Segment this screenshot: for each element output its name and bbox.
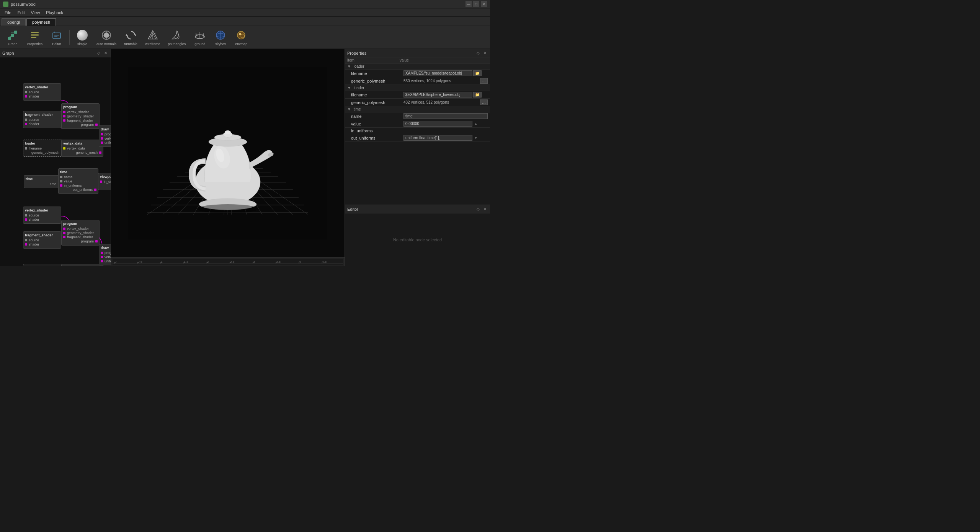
properties-scroll[interactable]: item value ▼ loader fil (345, 57, 490, 205)
polymesh-value-2: 482 vertices, 512 polygons (403, 100, 449, 104)
section-loader-2[interactable]: ▼ loader (345, 85, 490, 91)
toolbar-ground[interactable]: ground (190, 28, 209, 47)
node-draw-2[interactable]: draw program vertex_data uniforms (99, 244, 111, 265)
out-uniforms-input[interactable] (403, 135, 472, 141)
titlebar: possumwood — □ ✕ (0, 0, 490, 8)
app-title: possumwood (11, 2, 36, 7)
toolbar-envmap[interactable]: envmap (232, 28, 251, 47)
section-loader-1[interactable]: ▼ loader (345, 63, 490, 70)
node-vertex-shader-2[interactable]: vertex_shader source shader (23, 207, 61, 224)
section-toggle[interactable]: ▼ (347, 64, 351, 68)
svg-point-14 (104, 33, 109, 38)
node-loader-1[interactable]: loader filename generic_polymesh (23, 140, 65, 157)
port-dot (63, 111, 65, 113)
node-program-1[interactable]: program vertex_shader geometry_shader fr… (61, 103, 100, 129)
pn-triangles-icon (171, 29, 183, 41)
menu-edit[interactable]: Edit (15, 10, 28, 16)
toolbar-turntable[interactable]: turntable (121, 28, 140, 47)
close-button[interactable]: ✕ (481, 1, 487, 7)
viewport-3d[interactable] (111, 49, 345, 257)
filename-browse-2[interactable]: 📁 (473, 92, 482, 98)
toolbar-pn-triangles[interactable]: pn triangles (165, 28, 189, 47)
toolbar-envmap-label: envmap (235, 42, 247, 46)
node-vertex-data-1[interactable]: vertex_data vertex_data generic_mesh (61, 140, 103, 157)
skybox-icon (214, 29, 227, 41)
editor-pin-button[interactable]: ◇ (475, 207, 481, 212)
port-dot (25, 119, 27, 121)
time-value-input[interactable] (403, 121, 472, 127)
svg-rect-7 (31, 34, 39, 36)
section-toggle-time[interactable]: ▼ (347, 107, 351, 111)
node-vertex-data-2[interactable]: vertex_data vertex_data generic_mesh (61, 264, 103, 266)
svg-point-34 (239, 33, 241, 35)
ground-icon (194, 29, 206, 41)
section-time[interactable]: ▼ time (345, 106, 490, 112)
maximize-button[interactable]: □ (473, 1, 479, 7)
filename-input-2[interactable] (403, 92, 472, 98)
properties-panel-header: Properties ◇ ✕ (345, 49, 490, 57)
app-icon (3, 2, 8, 7)
properties-table: item value ▼ loader fil (345, 57, 490, 142)
tab-polymesh[interactable]: polymesh (26, 18, 56, 26)
editor-empty-message: No editable node selected (345, 213, 490, 266)
properties-pin-button[interactable]: ◇ (475, 50, 481, 56)
filename-browse-1[interactable]: 📁 (473, 70, 482, 76)
node-loader-2[interactable]: loader filename generic_polymesh (23, 264, 65, 266)
node-fragment-shader-1[interactable]: fragment_shader source shader (23, 111, 61, 128)
prop-row-polymesh-1: generic_polymesh 530 vertices, 1024 poly… (345, 77, 490, 85)
timeline-ruler[interactable]: 0 0.5 1 1.5 2 2.5 3 3.5 4 (113, 259, 343, 265)
prop-label: generic_polymesh (345, 99, 397, 106)
toolbar-simple[interactable]: simple (73, 28, 92, 47)
toolbar-skybox-label: skybox (215, 42, 226, 46)
prop-label: name (345, 112, 397, 120)
editor-panel-header: Editor ◇ ✕ (345, 205, 490, 213)
graph-pin-button[interactable]: ◇ (96, 50, 101, 56)
toolbar-wireframe[interactable]: wireframe (142, 28, 163, 47)
toolbar-ground-label: ground (194, 42, 205, 46)
toolbar-graph[interactable]: Graph (3, 28, 22, 47)
toolbar-properties[interactable]: Properties (24, 28, 46, 47)
toolbar-autonormals-label: auto normals (96, 42, 116, 46)
port-dot (100, 181, 102, 183)
editor-close-button[interactable]: ✕ (482, 207, 488, 212)
node-viewport[interactable]: viewport in_uniforms out_uniforms (98, 173, 111, 190)
svg-rect-71 (113, 259, 343, 265)
time-name-input[interactable] (403, 113, 488, 119)
svg-text:3: 3 (253, 260, 255, 264)
graph-canvas[interactable]: vertex_shader source shader fragment_sha… (0, 57, 111, 266)
toolbar-auto-normals[interactable]: auto normals (93, 28, 119, 47)
toolbar-simple-label: simple (77, 42, 87, 46)
menu-file[interactable]: File (2, 10, 15, 16)
prop-value: ▼ (397, 134, 490, 142)
scene-svg (128, 67, 327, 239)
tab-opengl[interactable]: opengl (2, 18, 26, 26)
prop-row-polymesh-2: generic_polymesh 482 vertices, 512 polyg… (345, 99, 490, 106)
toolbar-skybox[interactable]: skybox (211, 28, 230, 47)
properties-close-button[interactable]: ✕ (482, 50, 488, 56)
port-dot (63, 119, 65, 122)
node-program-2[interactable]: program vertex_shader geometry_shader fr… (61, 220, 100, 246)
polymesh-more-1[interactable]: … (480, 78, 488, 84)
node-fragment-shader-2[interactable]: fragment_shader source shader (23, 231, 61, 249)
prop-value (397, 128, 490, 134)
node-time-uniform[interactable]: time name value in_uniforms out_uniforms (58, 168, 98, 194)
graph-panel-header: Graph ◇ ✕ (0, 49, 111, 57)
prop-row-value: value ▲ (345, 120, 490, 128)
node-time-source[interactable]: time time (24, 175, 62, 188)
filename-input-1[interactable] (403, 70, 472, 76)
node-vertex-shader-1[interactable]: vertex_shader source shader (23, 83, 61, 101)
polymesh-more-2[interactable]: … (480, 99, 488, 105)
prop-label: filename (345, 70, 397, 77)
window-controls: — □ ✕ (466, 1, 487, 7)
node-draw-1[interactable]: draw program vertex_data uniforms (99, 125, 111, 147)
graph-close-button[interactable]: ✕ (103, 50, 108, 56)
minimize-button[interactable]: — (466, 1, 472, 7)
menu-view[interactable]: View (28, 10, 43, 16)
toolbar-editor[interactable]: Editor (47, 28, 66, 47)
port-dot (25, 147, 27, 150)
menu-playback[interactable]: Playback (43, 10, 66, 16)
svg-point-65 (225, 130, 231, 134)
menubar: File Edit View Playback (0, 8, 490, 17)
svg-rect-6 (31, 32, 39, 33)
section-toggle-2[interactable]: ▼ (347, 86, 351, 90)
